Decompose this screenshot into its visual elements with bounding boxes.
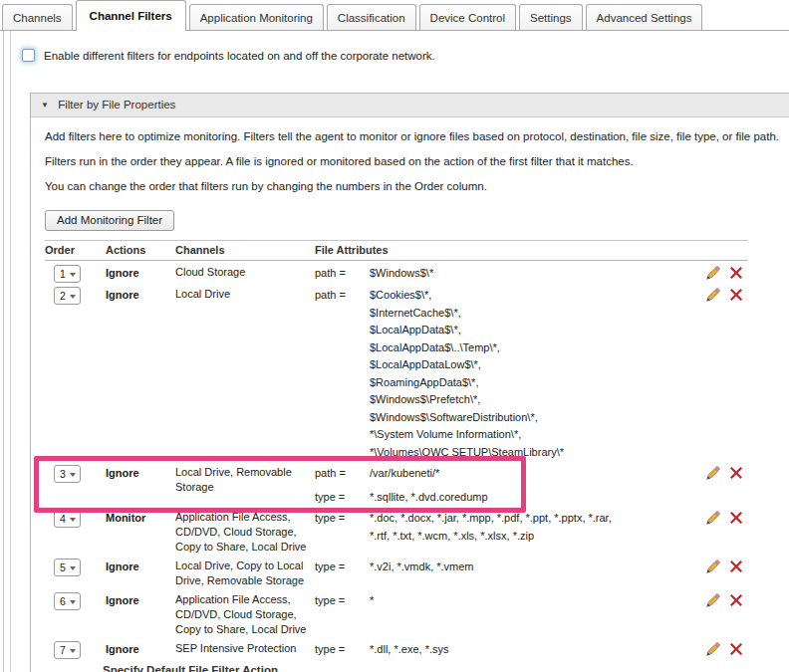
file-attributes-cell: type =*.v2i, *.vmdk, *.vmem [315,559,693,576]
file-attributes-cell: path =$Cookies$\*,$InternetCache$\*,$Loc… [315,287,693,461]
channels-cell: Local Drive [175,287,315,302]
channels-cell: Local Drive, Copy to Local Drive, Remova… [175,559,315,588]
order-dropdown[interactable]: 3 [54,465,81,483]
filter-table-body: 1 Ignore Cloud Storage path =$Windows$\* [45,261,748,659]
tab-device-control[interactable]: Device Control [419,4,516,30]
tab-channel-filters[interactable]: Channel Filters [76,0,186,31]
table-row: 3 Ignore Local Drive, Removable Storage … [45,461,748,506]
attr-value: $LocalAppDataLow$\*, [370,356,693,374]
pencil-icon[interactable] [705,642,720,657]
section-header[interactable]: ▼ Filter by File Properties [31,94,789,117]
delete-x-icon[interactable] [729,466,744,481]
channel-filters-page: ChannelsChannel FiltersApplication Monit… [0,0,789,672]
attr-value: $Windows$\Prefetch\*, [370,391,693,409]
filter-table-header: Order Actions Channels File Attributes [45,240,748,261]
pencil-icon[interactable] [705,466,720,481]
column-header-channels: Channels [175,244,315,256]
add-monitoring-filter-button[interactable]: Add Monitoring Filter [45,210,174,231]
caret-down-icon [70,295,76,299]
attr-value: $LocalAppData$\*, [370,322,693,339]
caret-down-icon [70,273,76,277]
action-label: Ignore [106,641,175,657]
table-row: 5 Ignore Local Drive, Copy to Local Driv… [45,555,748,588]
caret-down-icon [70,649,76,653]
order-value: 7 [60,644,66,656]
pencil-icon[interactable] [705,593,720,608]
file-attributes-cell: type =*.dll, *.exe, *.sys [315,641,693,659]
order-dropdown[interactable]: 4 [54,510,81,528]
order-dropdown[interactable]: 5 [54,559,81,576]
file-attributes-cell: type =*.doc, *.docx, *.jar, *.mpp, *.pdf… [315,510,693,545]
pencil-icon[interactable] [705,560,720,574]
file-attributes-cell: type =* [315,592,693,610]
file-attributes-cell: path =/var/kubeneti/*type =*.sqllite, *.… [315,465,693,506]
tab-bar: ChannelsChannel FiltersApplication Monit… [2,0,702,31]
action-label: Ignore [106,465,175,481]
attr-key: type = [315,641,370,659]
order-value: 4 [60,513,66,525]
delete-x-icon[interactable] [729,511,744,526]
tab-advanced-settings[interactable]: Advanced Settings [586,4,703,30]
footer-partial-text: Specify Default File Filter Action [103,664,278,672]
channels-cell: Local Drive, Removable Storage [175,465,315,495]
network-filter-checkbox-row: Enable different filters for endpoints l… [22,49,435,62]
table-row: 2 Ignore Local Drive path =$Cookies$\*,$… [45,283,748,461]
channels-cell: SEP Intensive Protection [175,641,315,656]
caret-down-icon [70,566,76,570]
attr-value: /var/kubeneti/* [370,465,693,483]
attr-key: type = [315,510,370,545]
panel-border-line-inner [10,31,11,672]
table-row: 7 Ignore SEP Intensive Protection type =… [45,637,748,659]
order-value: 2 [60,290,66,302]
delete-x-icon[interactable] [729,266,744,281]
attr-value: * [370,592,693,610]
pencil-icon[interactable] [705,266,720,281]
pencil-icon[interactable] [705,511,720,526]
delete-x-icon[interactable] [729,642,744,657]
caret-down-icon [70,473,76,477]
network-filter-checkbox-label: Enable different filters for endpoints l… [44,50,435,62]
section-title: Filter by File Properties [58,99,175,111]
tab-channels[interactable]: Channels [2,4,73,30]
attr-key: path = [315,287,370,461]
attr-value: $Windows$\SoftwareDistribution\*, [370,409,693,427]
panel-border-line-outer [3,31,4,672]
attr-value: $InternetCache$\*, [370,305,693,323]
delete-x-icon[interactable] [729,288,744,303]
order-dropdown[interactable]: 6 [54,592,81,610]
order-dropdown[interactable]: 7 [54,641,81,659]
attr-value: $RoamingAppData$\*, [370,374,693,392]
file-attributes-cell: path =$Windows$\* [315,265,693,283]
delete-x-icon[interactable] [729,593,744,608]
action-label: Ignore [106,287,175,303]
attr-value: *\System Volume Information\*, [370,426,693,444]
filter-by-file-properties-section: ▼ Filter by File Properties Add filters … [30,93,789,672]
order-dropdown[interactable]: 2 [54,287,81,305]
attr-value: *.dll, *.exe, *.sys [370,641,693,659]
tab-application-monitoring[interactable]: Application Monitoring [189,4,324,30]
table-row: 6 Ignore Application File Access, CD/DVD… [45,588,748,637]
order-value: 1 [60,268,66,280]
table-row: 4 Monitor Application File Access, CD/DV… [45,506,748,555]
channels-cell: Application File Access, CD/DVD, Cloud S… [175,592,315,637]
delete-x-icon[interactable] [729,560,744,574]
pencil-icon[interactable] [705,288,720,303]
attr-value: $Windows$\* [370,265,693,283]
attr-value: *.doc, *.docx, *.jar, *.mpp, *.pdf, *.pp… [370,510,693,528]
order-value: 5 [60,561,66,573]
tab-settings[interactable]: Settings [519,4,583,30]
action-label: Ignore [106,592,175,608]
attr-key: type = [315,489,370,507]
attr-value: $Cookies$\*, [370,287,693,305]
attr-key: path = [315,265,370,283]
column-header-file-attributes: File Attributes [315,244,693,256]
order-dropdown[interactable]: 1 [54,265,81,283]
attr-value: *.sqllite, *.dvd.coredump [370,489,693,507]
network-filter-checkbox[interactable] [22,49,35,62]
attr-value: *.rtf, *.txt, *.wcm, *.xls, *.xlsx, *.zi… [370,528,693,546]
action-label: Ignore [106,265,175,281]
tab-classification[interactable]: Classification [327,4,416,30]
caret-down-icon [70,518,76,522]
attr-key: path = [315,465,370,483]
channels-cell: Application File Access, CD/DVD, Cloud S… [175,510,315,555]
